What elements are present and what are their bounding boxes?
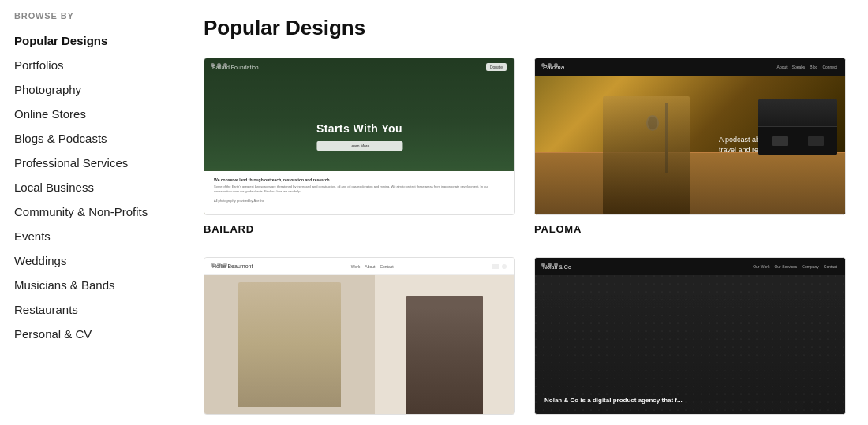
nolan-window-dots	[541, 263, 558, 267]
card-thumb-nolan[interactable]: Nolan & Co Our Work Our Services Company…	[534, 257, 846, 415]
designs-grid: Bailard Foundation Donate Starts With Yo…	[204, 58, 846, 423]
sidebar: BROWSE BY Popular Designs Portfolios Pho…	[0, 0, 181, 425]
nolan-nav-links: Our Work Our Services Company Contact	[753, 264, 837, 269]
hollie-right-image	[375, 275, 514, 414]
sidebar-item-restaurants[interactable]: Restaurants	[14, 297, 162, 322]
hollie-nav-about: About	[365, 264, 375, 269]
bailard-hero: Starts With You Learn More	[316, 122, 402, 151]
sidebar-item-community-nonprofits[interactable]: Community & Non-Profits	[14, 199, 162, 224]
bailard-hero-title: Starts With You	[316, 122, 402, 135]
sidebar-item-musicians-bands[interactable]: Musicians & Bands	[14, 273, 162, 297]
dot-red	[541, 63, 545, 67]
sidebar-item-weddings[interactable]: Weddings	[14, 248, 162, 273]
dot-green	[554, 263, 558, 267]
dot-yellow	[217, 263, 221, 267]
paloma-nav-links: About Speaks Blog Connect	[777, 65, 837, 69]
design-card-hollie[interactable]: Hollie Beaumont Work About Contact	[204, 257, 515, 423]
sidebar-item-events[interactable]: Events	[14, 224, 162, 248]
dot-green	[223, 263, 227, 267]
sidebar-item-popular-designs[interactable]: Popular Designs	[14, 28, 162, 53]
hollie-nav-contact: Contact	[380, 264, 393, 269]
bailard-nav-button: Donate	[486, 63, 507, 71]
hollie-nav: Hollie Beaumont Work About Contact	[204, 258, 514, 275]
design-card-paloma[interactable]: Paloma About Speaks Blog Connect	[534, 58, 846, 235]
nolan-hero-section: Nolan & Co is a digital product agency t…	[535, 275, 845, 414]
hollie-nav-work: Work	[351, 264, 361, 269]
svg-rect-1	[535, 275, 845, 414]
hollie-window-dots	[211, 263, 227, 267]
bailard-bottom-section: We conserve land through outreach, resto…	[204, 171, 514, 214]
dot-red	[211, 263, 215, 267]
dot-yellow	[217, 63, 221, 67]
sidebar-item-photography[interactable]: Photography	[14, 77, 162, 102]
hollie-content-area	[204, 275, 514, 414]
nolan-nav: Nolan & Co Our Work Our Services Company…	[535, 258, 845, 275]
bailard-bottom-title: We conserve land through outreach, resto…	[214, 177, 505, 182]
sidebar-item-blogs-podcasts[interactable]: Blogs & Podcasts	[14, 126, 162, 151]
dot-red	[541, 263, 545, 267]
paloma-hero-image: A podcast about culture, travel and rela…	[535, 76, 845, 214]
sidebar-item-professional-services[interactable]: Professional Services	[14, 151, 162, 175]
nolan-nav-services: Our Services	[774, 264, 797, 269]
dot-green	[223, 63, 227, 67]
nolan-nav-work: Our Work	[753, 264, 769, 269]
dot-yellow	[548, 63, 552, 67]
sidebar-item-local-business[interactable]: Local Business	[14, 175, 162, 199]
paloma-window-dots	[541, 63, 558, 67]
hollie-person-2	[406, 296, 483, 414]
hollie-nav-links: Work About Contact	[351, 264, 394, 269]
dot-red	[211, 63, 215, 67]
nolan-nav-company: Company	[802, 264, 818, 269]
bailard-learn-more[interactable]: Learn More	[316, 141, 402, 151]
window-dots	[211, 63, 227, 67]
sidebar-item-online-stores[interactable]: Online Stores	[14, 102, 162, 126]
card-thumb-hollie[interactable]: Hollie Beaumont Work About Contact	[204, 257, 515, 415]
design-card-bailard[interactable]: Bailard Foundation Donate Starts With Yo…	[204, 58, 515, 235]
hollie-person-1	[238, 282, 341, 407]
hollie-left-image	[204, 275, 375, 414]
bailard-bottom-text: Some of the Earth's greatest landscapes …	[214, 185, 505, 203]
paloma-card-name: PALOMA	[534, 223, 846, 235]
nolan-bg-pattern	[535, 275, 845, 414]
paloma-nav-connect: Connect	[822, 65, 837, 69]
card-thumb-paloma[interactable]: Paloma About Speaks Blog Connect	[534, 58, 846, 215]
bailard-card-name: BAILARD	[204, 223, 515, 235]
browse-by-label: BROWSE BY	[14, 11, 162, 21]
bailard-nav: Bailard Foundation Donate	[204, 58, 514, 76]
paloma-nav-blog: Blog	[810, 65, 817, 69]
sidebar-item-portfolios[interactable]: Portfolios	[14, 53, 162, 77]
page-title: Popular Designs	[204, 16, 846, 40]
paloma-nav-speaks: Speaks	[792, 65, 806, 69]
paloma-nav: Paloma About Speaks Blog Connect	[535, 58, 845, 76]
dot-yellow	[548, 263, 552, 267]
card-thumb-bailard[interactable]: Bailard Foundation Donate Starts With Yo…	[204, 58, 515, 215]
paloma-studio-equipment	[758, 99, 837, 155]
dot-green	[554, 63, 558, 67]
nolan-nav-contact: Contact	[824, 264, 837, 269]
sidebar-item-personal-cv[interactable]: Personal & CV	[14, 322, 162, 346]
paloma-nav-about: About	[777, 65, 788, 69]
main-content: Popular Designs Bailard Foundation	[181, 0, 868, 425]
design-card-nolan[interactable]: Nolan & Co Our Work Our Services Company…	[534, 257, 846, 423]
